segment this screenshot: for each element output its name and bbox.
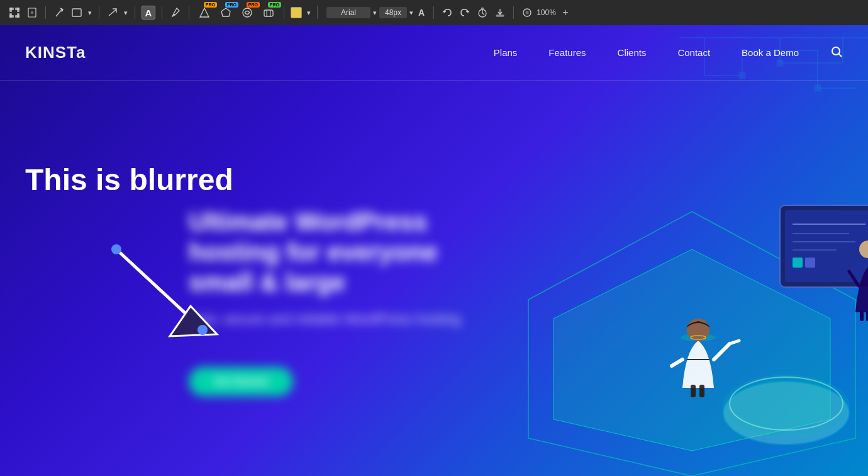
redo-button[interactable] bbox=[458, 6, 472, 20]
svg-point-44 bbox=[111, 244, 121, 254]
zoom-value: 100% bbox=[537, 8, 556, 17]
cta-button[interactable]: Get Started bbox=[189, 367, 293, 396]
tool-badge-1[interactable]: PRO bbox=[196, 6, 213, 20]
tool-badge-2[interactable]: PRO bbox=[217, 6, 235, 20]
zoom-circle-icon[interactable] bbox=[520, 6, 534, 20]
svg-line-10 bbox=[56, 9, 62, 16]
arrow-icon[interactable] bbox=[106, 6, 120, 20]
zoom-plus-button[interactable]: + bbox=[559, 6, 572, 20]
svg-point-50 bbox=[723, 375, 849, 438]
expand-icon[interactable] bbox=[8, 6, 21, 20]
rectangle-icon[interactable] bbox=[70, 6, 84, 20]
svg-rect-66 bbox=[691, 385, 696, 397]
book-demo-link[interactable]: Book a Demo bbox=[742, 47, 799, 58]
sep-3 bbox=[135, 6, 135, 19]
svg-rect-11 bbox=[72, 9, 81, 16]
pen-icon[interactable] bbox=[52, 6, 66, 20]
blurred-hero-content: Ultimate WordPresshosting for everyonesm… bbox=[189, 207, 522, 396]
text-icon[interactable]: A bbox=[142, 6, 155, 20]
font-size-selector[interactable]: 48px bbox=[379, 7, 407, 18]
sep-7 bbox=[317, 6, 318, 19]
svg-rect-72 bbox=[860, 311, 864, 321]
sep-6 bbox=[284, 6, 284, 19]
zoom-controls: 100% + bbox=[520, 6, 572, 20]
svg-point-26 bbox=[526, 11, 528, 14]
svg-line-22 bbox=[482, 13, 484, 14]
text-tool-label: A bbox=[145, 8, 152, 18]
svg-rect-58 bbox=[793, 258, 803, 268]
download-icon[interactable] bbox=[493, 6, 507, 20]
arrow-dropdown[interactable]: ▾ bbox=[123, 9, 128, 17]
hero-heading: This is blurred bbox=[25, 162, 233, 197]
svg-rect-17 bbox=[264, 10, 273, 16]
font-family-dropdown[interactable]: ▾ bbox=[373, 9, 377, 17]
sep-4 bbox=[162, 6, 162, 19]
badge-pro-1: PRO bbox=[204, 2, 217, 8]
tool-badge-3[interactable]: PRO bbox=[238, 6, 256, 20]
aa-label: A bbox=[416, 8, 427, 18]
badge-pro-2: PRO bbox=[225, 2, 238, 8]
hero-section: This is blurred Ultimate WordPresshostin… bbox=[0, 81, 868, 476]
undo-button[interactable] bbox=[440, 6, 454, 20]
svg-point-13 bbox=[174, 14, 175, 15]
plans-link[interactable]: Plans bbox=[494, 47, 518, 58]
contact-link[interactable]: Contact bbox=[677, 47, 710, 58]
svg-point-9 bbox=[31, 11, 33, 14]
blurred-title: Ultimate WordPresshosting for everyonesm… bbox=[189, 207, 522, 297]
sep-1 bbox=[45, 6, 46, 19]
tool-badge-4[interactable]: PRO bbox=[260, 6, 277, 20]
color-dropdown[interactable]: ▾ bbox=[307, 9, 311, 17]
svg-rect-53 bbox=[785, 210, 868, 282]
svg-marker-43 bbox=[170, 306, 217, 336]
svg-line-12 bbox=[109, 9, 116, 16]
website-canvas: KINSTa Plans Features Clients Contact Bo… bbox=[0, 25, 868, 476]
svg-point-16 bbox=[243, 8, 252, 17]
nav-links: Plans Features Clients Contact Book a De… bbox=[494, 47, 799, 58]
site-logo[interactable]: KINSTa bbox=[25, 43, 86, 62]
blurred-subtitle: Fast, secure and reliable WordPress host… bbox=[189, 310, 522, 329]
color-swatch[interactable] bbox=[291, 7, 302, 18]
search-icon[interactable] bbox=[830, 45, 843, 60]
sep-9 bbox=[513, 6, 514, 19]
arrow-annotation[interactable] bbox=[97, 237, 236, 337]
toolbar: ▾ ▾ A PRO PRO PRO PRO ▾ Arial ▾ 48px ▾ A bbox=[0, 0, 868, 25]
svg-marker-14 bbox=[200, 8, 209, 17]
svg-rect-59 bbox=[805, 258, 815, 268]
badge-pro-4: PRO bbox=[268, 2, 281, 8]
svg-rect-67 bbox=[699, 385, 704, 397]
svg-point-45 bbox=[198, 325, 208, 335]
badge-pro-3: PRO bbox=[247, 2, 260, 8]
features-link[interactable]: Features bbox=[548, 47, 586, 58]
font-controls: Arial ▾ 48px ▾ A bbox=[326, 7, 427, 18]
sep-2 bbox=[99, 6, 99, 19]
clients-link[interactable]: Clients bbox=[618, 47, 647, 58]
svg-marker-15 bbox=[221, 8, 230, 16]
timer-icon[interactable] bbox=[476, 6, 489, 20]
hex-platform-svg bbox=[478, 174, 868, 476]
sep-5 bbox=[189, 6, 189, 19]
dropper-icon[interactable] bbox=[169, 6, 182, 20]
svg-rect-24 bbox=[496, 15, 504, 16]
rect-dropdown[interactable]: ▾ bbox=[87, 9, 92, 17]
font-size-dropdown[interactable]: ▾ bbox=[409, 9, 413, 17]
navbar: KINSTa Plans Features Clients Contact Bo… bbox=[0, 25, 868, 81]
cursor-icon[interactable] bbox=[25, 6, 39, 20]
svg-point-40 bbox=[832, 47, 840, 55]
svg-line-41 bbox=[839, 54, 842, 57]
font-family-selector[interactable]: Arial bbox=[326, 7, 370, 18]
sep-8 bbox=[433, 6, 434, 19]
